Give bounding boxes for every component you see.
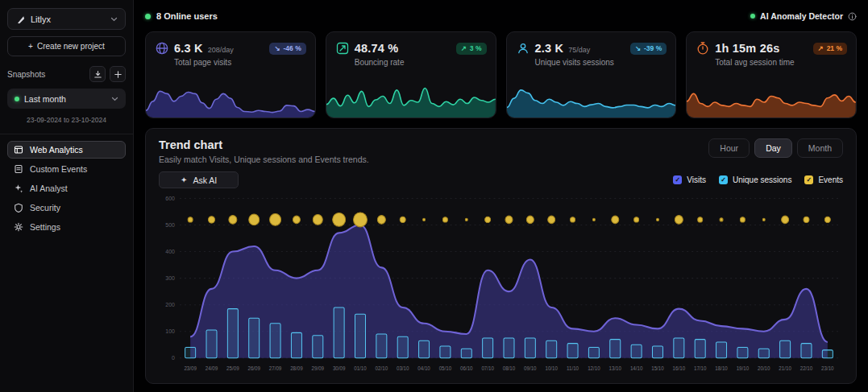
svg-text:17/10: 17/10 <box>694 365 707 370</box>
checkbox-visits[interactable]: ✓ <box>673 175 682 184</box>
svg-text:11/10: 11/10 <box>567 365 579 370</box>
stat-card-total-page-visits[interactable]: 6.3 K 208/day ↘-46 % Total page visits <box>145 31 316 118</box>
chart-legend: ✓ Visits ✓ Unique sessions ✓ Events <box>673 175 843 184</box>
svg-text:25/09: 25/09 <box>226 365 239 370</box>
sidebar-item-settings[interactable]: Settings <box>7 218 126 236</box>
sparkles-icon <box>14 184 23 193</box>
svg-text:200: 200 <box>165 301 175 308</box>
svg-text:12/10: 12/10 <box>588 365 600 370</box>
svg-text:300: 300 <box>165 274 175 282</box>
stat-value: 2.3 K <box>535 42 564 55</box>
sidebar-item-security[interactable]: Security <box>7 199 126 217</box>
sidebar-divider <box>0 134 133 134</box>
snapshot-select[interactable]: Last month <box>7 89 126 109</box>
sidebar-item-web-analytics[interactable]: Web Analytics <box>7 141 126 159</box>
trend-up-icon: ↗ <box>818 44 824 52</box>
trend-badge: ↗21 % <box>813 43 848 55</box>
stat-label: Total avg session time <box>715 58 847 67</box>
legend-events[interactable]: ✓ Events <box>804 175 843 184</box>
granularity-hour-button[interactable]: Hour <box>708 138 750 158</box>
snapshot-date-range: 23-09-2024 to 23-10-2024 <box>7 116 126 124</box>
svg-text:30/09: 30/09 <box>333 365 346 370</box>
svg-text:05/10: 05/10 <box>439 365 452 370</box>
svg-text:22/10: 22/10 <box>800 365 813 370</box>
sparkline-chart <box>326 80 496 118</box>
sparkline-chart <box>507 80 676 118</box>
stat-value: 48.74 % <box>355 42 399 55</box>
svg-text:20/10: 20/10 <box>758 365 770 370</box>
svg-text:23/10: 23/10 <box>821 365 834 370</box>
stat-cards: 6.3 K 208/day ↘-46 % Total page visits 4… <box>145 31 857 118</box>
svg-text:500: 500 <box>165 221 175 229</box>
trend-title: Trend chart <box>159 138 369 151</box>
project-selector[interactable]: Litlyx <box>7 8 126 30</box>
granularity-day-button[interactable]: Day <box>754 138 792 158</box>
trend-badge: ↘-46 % <box>269 43 305 55</box>
trend-down-icon: ↘ <box>274 44 280 52</box>
legend-unique-sessions[interactable]: ✓ Unique sessions <box>719 175 791 184</box>
sidebar-item-custom-events[interactable]: Custom Events <box>7 160 126 178</box>
svg-text:600: 600 <box>165 195 175 202</box>
granularity-month-button[interactable]: Month <box>797 138 843 158</box>
stat-label: Bouncing rate <box>355 58 487 67</box>
svg-text:01/10: 01/10 <box>354 365 367 370</box>
plus-icon: + <box>28 42 33 51</box>
legend-visits[interactable]: ✓ Visits <box>673 175 706 184</box>
ask-ai-button[interactable]: ✦ Ask AI <box>159 171 239 188</box>
stat-value: 1h 15m 26s <box>715 42 779 55</box>
user-icon <box>516 41 530 56</box>
project-name: Litlyx <box>31 14 51 24</box>
stat-label: Unique visits sessions <box>535 58 667 67</box>
sidebar: Litlyx + Create new project Snapshots La… <box>0 0 134 392</box>
svg-text:27/09: 27/09 <box>269 365 282 370</box>
export-snapshot-button[interactable] <box>89 66 106 82</box>
sidebar-item-ai-analyst[interactable]: AI Analyst <box>7 179 126 197</box>
trend-down-icon: ↘ <box>635 44 641 52</box>
create-project-button[interactable]: + Create new project <box>7 36 126 56</box>
stat-card-avg-session-time[interactable]: 1h 15m 26s ↗21 % Total avg session time <box>686 31 857 118</box>
plus-icon <box>114 70 123 79</box>
svg-text:400: 400 <box>165 248 175 255</box>
trend-chart-card: Trend chart Easily match Visits, Unique … <box>145 128 857 384</box>
app-root: Litlyx + Create new project Snapshots La… <box>0 0 868 392</box>
svg-text:04/10: 04/10 <box>417 365 430 370</box>
svg-text:19/10: 19/10 <box>737 365 750 370</box>
add-snapshot-button[interactable] <box>110 66 126 82</box>
trend-chart[interactable]: 010020030040050060023/0924/0925/0926/092… <box>159 192 843 377</box>
svg-text:13/10: 13/10 <box>609 365 622 370</box>
checkbox-unique-sessions[interactable]: ✓ <box>719 175 728 184</box>
svg-text:100: 100 <box>165 328 175 335</box>
sparkle-icon: ✦ <box>181 175 187 184</box>
download-icon <box>93 70 102 79</box>
trend-badge: ↗3 % <box>456 43 487 55</box>
snapshots-header: Snapshots <box>7 66 126 82</box>
litlyx-logo-icon <box>15 14 25 24</box>
stat-card-unique-visits-sessions[interactable]: 2.3 K 75/day ↘-39 % Unique visits sessio… <box>506 31 677 118</box>
stat-card-bouncing-rate[interactable]: 48.74 % ↗3 % Bouncing rate <box>326 31 496 118</box>
main-content: 8 Online users AI Anomaly Detector 6.3 K… <box>134 0 868 392</box>
chevron-down-icon <box>110 17 118 22</box>
bounce-icon <box>335 41 350 56</box>
shield-icon <box>14 203 23 213</box>
granularity-switch: Hour Day Month <box>708 138 843 158</box>
svg-text:29/09: 29/09 <box>312 365 325 370</box>
snapshots-label: Snapshots <box>7 70 45 79</box>
trend-header-text: Trend chart Easily match Visits, Unique … <box>159 138 369 164</box>
ai-anomaly-detector[interactable]: AI Anomaly Detector <box>750 11 857 21</box>
svg-text:15/10: 15/10 <box>651 365 664 370</box>
svg-text:24/09: 24/09 <box>206 365 218 370</box>
info-icon[interactable] <box>848 12 857 21</box>
events-icon <box>14 164 23 174</box>
svg-text:21/10: 21/10 <box>779 365 791 370</box>
svg-text:09/10: 09/10 <box>524 365 537 370</box>
checkbox-events[interactable]: ✓ <box>804 175 813 184</box>
sparkline-chart <box>687 80 856 118</box>
trend-badge: ↘-39 % <box>630 43 667 55</box>
anomaly-status-dot <box>750 14 755 19</box>
svg-text:18/10: 18/10 <box>715 365 728 370</box>
svg-text:03/10: 03/10 <box>397 365 409 370</box>
analytics-icon <box>14 145 23 155</box>
svg-text:28/09: 28/09 <box>290 365 303 370</box>
stat-rate: 208/day <box>208 46 234 54</box>
online-dot <box>145 14 151 19</box>
